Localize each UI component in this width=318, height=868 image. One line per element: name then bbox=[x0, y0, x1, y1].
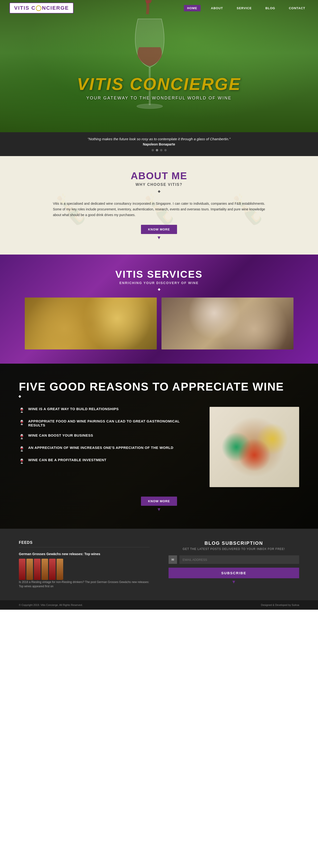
wine-icon-1: 🍷 bbox=[19, 407, 25, 413]
services-heading: VITIS SERVICES bbox=[9, 269, 309, 280]
reasons-heading: FIVE GOOD REASONS TO APPRECIATE WINE bbox=[19, 380, 299, 393]
reasons-section: FIVE GOOD REASONS TO APPRECIATE WINE 🍷 W… bbox=[0, 364, 318, 529]
about-divider bbox=[158, 190, 160, 193]
feed-text: Is 2018 a Riesling vintage for non-Riesl… bbox=[19, 580, 150, 588]
footer-credit: Designed & Developed by Sulroa bbox=[261, 603, 299, 607]
blog-subscription-column: BLOG SUBSCRIPTION GET THE LATEST POSTS D… bbox=[169, 540, 299, 588]
about-content: 🍾 🍾 🍾 Vitis is a specialised and dedicat… bbox=[53, 201, 265, 218]
feed-bottles bbox=[19, 559, 150, 580]
logo-highlight: ◯ bbox=[36, 5, 42, 11]
email-icon: ✉ bbox=[171, 558, 174, 561]
quote-text: "Nothing makes the future look so rosy a… bbox=[14, 137, 304, 141]
quote-bar: "Nothing makes the future look so rosy a… bbox=[0, 132, 318, 156]
reasons-divider bbox=[19, 395, 21, 398]
reasons-item-1: 🍷 WINE IS A GREAT WAY TO BUILD RELATIONS… bbox=[19, 407, 196, 413]
about-heading: ABOUT ME bbox=[131, 170, 187, 182]
wine-image-sim bbox=[162, 298, 293, 349]
feed-bottle-2 bbox=[26, 559, 33, 580]
nav-item-about[interactable]: ABOUT bbox=[208, 6, 226, 10]
dot-3[interactable] bbox=[160, 149, 163, 151]
reasons-know-more-button[interactable]: KNOW MORE bbox=[141, 497, 177, 506]
subscribe-button-arrow: ▼ bbox=[169, 579, 299, 585]
wine-icon-2: 🍷 bbox=[19, 420, 25, 425]
feed-bottle-1 bbox=[19, 559, 26, 580]
wine-icon-5: 🍷 bbox=[19, 458, 25, 464]
nav-item-home[interactable]: HOME bbox=[184, 6, 201, 10]
service-image-food bbox=[25, 298, 157, 349]
email-input[interactable] bbox=[179, 555, 299, 564]
reasons-item-4: 🍷 AN APPRECIATION OF WINE INCREASES ONE'… bbox=[19, 445, 196, 452]
hero-content: VITIS CONCIERGE YOUR GATEWAY TO THE WOND… bbox=[77, 74, 241, 101]
nav-link-home[interactable]: HOME bbox=[184, 5, 201, 11]
feeds-column: FEEDS German Grosses Gewächs new release… bbox=[19, 540, 150, 588]
about-know-more-button[interactable]: KNOW MORE bbox=[141, 225, 177, 234]
hero-subtitle: YOUR GATEWAY TO THE WONDERFUL WORLD OF W… bbox=[77, 96, 241, 101]
reasons-item-3: 🍷 WINE CAN BOOST YOUR BUSINESS bbox=[19, 433, 196, 439]
reasons-item-3-text: WINE CAN BOOST YOUR BUSINESS bbox=[28, 433, 93, 437]
reasons-item-1-text: WINE IS A GREAT WAY TO BUILD RELATIONSHI… bbox=[28, 407, 119, 411]
hero-section: VITIS CONCIERGE YOUR GATEWAY TO THE WOND… bbox=[0, 0, 318, 132]
nav-link-service[interactable]: SERVICE bbox=[234, 5, 255, 11]
feed-bottle-3 bbox=[34, 559, 40, 580]
footer: © Copyright 2019. Vitis Concierge. All R… bbox=[0, 600, 318, 610]
feed-bottle-6 bbox=[57, 559, 63, 580]
about-body: Vitis is a specialised and dedicated win… bbox=[53, 201, 265, 218]
reasons-item-4-text: AN APPRECIATION OF WINE INCREASES ONE'S … bbox=[28, 445, 174, 450]
about-button-arrow: ▼ bbox=[157, 235, 162, 240]
navbar: VITIS C◯NCIERGE HOME ABOUT SERVICE BLOG … bbox=[0, 0, 318, 16]
wine-icon-4: 🍷 bbox=[19, 446, 25, 452]
nav-item-blog[interactable]: BLOG bbox=[262, 6, 279, 10]
bottom-section: FEEDS German Grosses Gewächs new release… bbox=[0, 529, 318, 600]
hero-background bbox=[0, 0, 318, 132]
nav-link-contact[interactable]: CONTACT bbox=[285, 5, 309, 11]
services-subheading: ENRICHING YOUR DISCOVERY OF WINE bbox=[9, 281, 309, 285]
reasons-button-arrow: ▼ bbox=[19, 507, 299, 512]
reasons-button-container: KNOW MORE ▼ bbox=[19, 497, 299, 512]
service-image-wine bbox=[162, 298, 293, 349]
logo-text: VITIS C◯NCIERGE bbox=[14, 5, 69, 11]
feeds-heading: FEEDS bbox=[19, 540, 150, 547]
feed-bottle-4 bbox=[41, 559, 48, 580]
services-divider bbox=[158, 288, 160, 291]
nav-link-about[interactable]: ABOUT bbox=[208, 5, 226, 11]
reasons-content: 🍷 WINE IS A GREAT WAY TO BUILD RELATIONS… bbox=[19, 407, 299, 487]
quote-dots bbox=[14, 149, 304, 151]
feed-bottle-5 bbox=[49, 559, 56, 580]
subscribe-button[interactable]: SUBSCRIBE bbox=[169, 568, 299, 578]
about-subheading: WHY CHOOSE VITIS? bbox=[136, 183, 182, 187]
blog-sub-heading: BLOG SUBSCRIPTION bbox=[169, 540, 299, 546]
logo[interactable]: VITIS C◯NCIERGE bbox=[9, 3, 74, 13]
reasons-item-5-text: WINE CAN BE A PROFITABLE INVESTMENT bbox=[28, 458, 107, 462]
about-section: ABOUT ME WHY CHOOSE VITIS? 🍾 🍾 🍾 Vitis i… bbox=[0, 156, 318, 254]
quote-author: Napoleon Bonaparte bbox=[14, 143, 304, 146]
dot-4[interactable] bbox=[164, 149, 167, 151]
dot-1[interactable] bbox=[151, 149, 154, 151]
reasons-list: 🍷 WINE IS A GREAT WAY TO BUILD RELATIONS… bbox=[19, 407, 196, 470]
reasons-item-2-text: APPROPRIATE FOOD AND WINE PAIRINGS CAN L… bbox=[28, 419, 196, 427]
feed-item-title: German Grosses Gewächs new releases: Top… bbox=[19, 552, 150, 556]
reasons-item-5: 🍷 WINE CAN BE A PROFITABLE INVESTMENT bbox=[19, 458, 196, 464]
wine-icon-3: 🍷 bbox=[19, 434, 25, 439]
services-section: VITIS SERVICES ENRICHING YOUR DISCOVERY … bbox=[0, 254, 318, 364]
services-images bbox=[9, 298, 309, 349]
nav-link-blog[interactable]: BLOG bbox=[262, 5, 279, 11]
nav-menu: HOME ABOUT SERVICE BLOG CONTACT bbox=[184, 6, 309, 10]
food-image-sim bbox=[25, 298, 157, 349]
dot-2[interactable] bbox=[156, 149, 158, 151]
email-row: ✉ bbox=[169, 555, 299, 564]
footer-copyright: © Copyright 2019. Vitis Concierge. All R… bbox=[19, 603, 83, 607]
food-bowl-sim bbox=[210, 407, 299, 487]
hero-title: VITIS CONCIERGE bbox=[77, 74, 241, 94]
reasons-image bbox=[210, 407, 299, 487]
blog-sub-subheading: GET THE LATEST POSTS DELIVERED TO YOUR I… bbox=[169, 547, 299, 551]
nav-item-service[interactable]: SERVICE bbox=[234, 6, 255, 10]
nav-item-contact[interactable]: CONTACT bbox=[285, 6, 309, 10]
reasons-item-2: 🍷 APPROPRIATE FOOD AND WINE PAIRINGS CAN… bbox=[19, 419, 196, 427]
email-icon-box: ✉ bbox=[169, 555, 177, 564]
